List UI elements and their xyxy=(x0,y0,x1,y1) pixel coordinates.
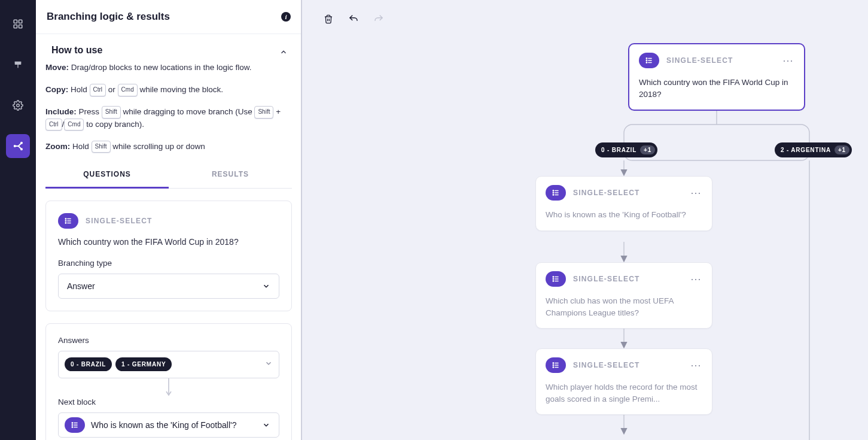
chevron-down-icon xyxy=(262,282,270,290)
node-type-pill xyxy=(546,185,566,201)
node-menu-button[interactable]: ⋯ xyxy=(782,54,794,67)
node-menu-button[interactable]: ⋯ xyxy=(690,359,702,372)
kbd-shift-2: Shift xyxy=(254,106,273,119)
svg-rect-5 xyxy=(17,65,18,68)
list-icon xyxy=(552,189,560,197)
collapse-how-to-button[interactable] xyxy=(275,44,292,60)
svg-rect-0 xyxy=(14,20,17,23)
sidebar-panel: Branching logic & results i How to use M… xyxy=(36,0,302,440)
tab-results[interactable]: Results xyxy=(169,163,292,188)
svg-point-14 xyxy=(65,222,66,223)
svg-point-40 xyxy=(553,195,553,195)
svg-point-46 xyxy=(553,281,553,281)
redo-icon xyxy=(373,14,384,25)
instr-move-label: Move: xyxy=(45,63,69,72)
list-icon xyxy=(552,275,560,283)
branch-icon xyxy=(13,141,23,151)
svg-point-38 xyxy=(553,192,553,193)
node-question: Which country won the FIFA World Cup in … xyxy=(639,77,794,100)
flow-node-1[interactable]: SINGLE-SELECT ⋯ Who is known as the 'Kin… xyxy=(535,176,712,231)
grid-icon xyxy=(13,19,23,29)
node-question: Who is known as the 'King of Football'? xyxy=(546,209,702,221)
svg-point-19 xyxy=(72,424,72,425)
answers-select[interactable]: 0 - Brazil 1 - Germany xyxy=(58,351,279,378)
svg-rect-4 xyxy=(15,62,22,65)
instr-zoom: Zoom: Hold Shift while scrolling up or d… xyxy=(45,141,292,153)
svg-point-34 xyxy=(646,62,647,63)
branching-type-label: Branching type xyxy=(58,259,279,268)
flow-node-2[interactable]: SINGLE-SELECT ⋯ Which club has won the m… xyxy=(535,262,712,329)
svg-point-42 xyxy=(553,277,553,277)
svg-point-32 xyxy=(646,60,647,60)
next-block-label: Next block xyxy=(58,397,279,406)
svg-rect-3 xyxy=(19,25,22,28)
node-question: Which club has won the most UEFA Champio… xyxy=(546,295,702,318)
node-question: Which player holds the record for the mo… xyxy=(546,381,702,405)
svg-point-17 xyxy=(72,422,72,423)
svg-point-30 xyxy=(646,58,647,59)
kbd-cmd-2: Cmd xyxy=(64,119,84,131)
next-block-select[interactable]: Who is known as the 'King of Football'? xyxy=(58,412,279,438)
instr-move-text: Drag/drop blocks to new locations in the… xyxy=(69,63,251,72)
flow-node-3[interactable]: SINGLE-SELECT ⋯ Which player holds the r… xyxy=(535,348,712,415)
svg-point-36 xyxy=(553,190,553,191)
svg-point-8 xyxy=(21,142,22,144)
node-menu-button[interactable]: ⋯ xyxy=(690,186,702,199)
svg-point-50 xyxy=(553,365,553,365)
redo-button xyxy=(373,13,385,25)
node-type-label: SINGLE-SELECT xyxy=(666,56,733,65)
question-text: Which country won the FIFA World Cup in … xyxy=(58,237,279,247)
undo-button[interactable] xyxy=(348,13,360,25)
answers-label: Answers xyxy=(58,336,279,345)
flow-node-0[interactable]: SINGLE-SELECT ⋯ Which country won the FI… xyxy=(628,43,805,111)
how-to-use-title: How to use xyxy=(51,45,102,56)
info-icon[interactable]: i xyxy=(281,12,291,22)
edge-chip-left[interactable]: 0 - Brazil +1 xyxy=(595,142,657,157)
node-menu-button[interactable]: ⋯ xyxy=(690,272,702,286)
nav-dashboard[interactable] xyxy=(6,12,30,36)
chevron-up-icon xyxy=(279,48,288,56)
svg-point-52 xyxy=(553,367,553,368)
arrow-down-icon xyxy=(165,378,172,397)
chevron-down-icon xyxy=(264,359,273,368)
list-icon xyxy=(552,361,560,369)
gear-icon xyxy=(13,100,23,111)
logic-canvas[interactable]: Answer 0 - Brazil +1 2 - Argentina +1 SI… xyxy=(302,0,868,440)
trash-icon xyxy=(324,14,333,24)
question-type-pill xyxy=(58,213,78,229)
next-block-value: Who is known as the 'King of Football'? xyxy=(91,420,236,430)
list-icon xyxy=(64,217,72,225)
branching-type-value: Answer xyxy=(67,281,95,291)
instr-zoom-label: Zoom: xyxy=(45,142,70,151)
svg-point-48 xyxy=(553,363,553,363)
edge-chip-right[interactable]: 2 - Argentina +1 xyxy=(775,142,852,157)
svg-point-21 xyxy=(72,426,72,427)
node-type-pill xyxy=(546,357,566,373)
kbd-ctrl: Ctrl xyxy=(90,84,106,96)
nav-branching[interactable] xyxy=(6,134,30,158)
connector xyxy=(58,378,279,397)
node-type-label: SINGLE-SELECT xyxy=(573,361,640,369)
instr-move: Move: Drag/drop blocks to new locations … xyxy=(45,62,292,74)
answer-chip-1: 1 - Germany xyxy=(115,357,172,371)
next-block-pill xyxy=(65,417,85,433)
delete-button[interactable] xyxy=(322,13,334,25)
svg-point-44 xyxy=(553,278,553,279)
instr-copy-label: Copy: xyxy=(45,85,68,94)
branching-type-select[interactable]: Answer xyxy=(58,274,279,299)
node-type-label: SINGLE-SELECT xyxy=(573,189,640,197)
node-type-label: SINGLE-SELECT xyxy=(573,275,640,283)
nav-sign[interactable] xyxy=(6,53,30,77)
kbd-shift: Shift xyxy=(102,106,121,119)
instr-include-label: Include: xyxy=(45,107,77,116)
nav-settings[interactable] xyxy=(6,93,30,117)
tab-questions[interactable]: Questions xyxy=(45,163,169,189)
kbd-cmd: Cmd xyxy=(118,84,138,96)
answer-chip-0: 0 - Brazil xyxy=(65,357,112,371)
sidebar-title: Branching logic & results xyxy=(47,11,170,23)
svg-rect-2 xyxy=(14,25,17,28)
sidebar-tabs: Questions Results xyxy=(45,163,292,189)
svg-point-10 xyxy=(65,218,66,219)
kbd-ctrl-2: Ctrl xyxy=(45,119,62,131)
list-icon xyxy=(71,421,79,429)
